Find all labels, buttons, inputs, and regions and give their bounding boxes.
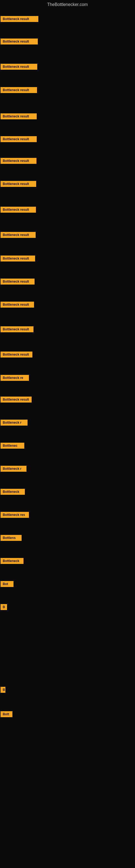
bottleneck-result-label: Bottleneck result: [1, 113, 37, 119]
bottleneck-result-label: Bottleneck result: [1, 158, 37, 164]
bottleneck-result-label: Bottleneck result: [1, 64, 37, 70]
bottleneck-result-label: Bottleneck result: [1, 181, 36, 187]
bottleneck-result-label: Bottleneck result: [1, 302, 34, 308]
bottleneck-result-label: Bottleneck result: [1, 232, 36, 238]
bottleneck-result-label: Bottleneck result: [1, 38, 38, 44]
bottleneck-result-label: B: [1, 687, 5, 693]
list-item[interactable]: Bottleneck: [1, 558, 24, 565]
bottleneck-result-label: Bottleneck result: [1, 136, 37, 142]
bottleneck-result-label: Bottlenec: [1, 443, 24, 448]
list-item[interactable]: Bottleneck result: [1, 158, 37, 165]
list-item[interactable]: Bottleneck result: [1, 232, 36, 239]
list-item[interactable]: Bottleneck result: [1, 279, 35, 286]
list-item[interactable]: Bottleneck res: [1, 512, 29, 519]
bottleneck-result-label: Bottleneck result: [1, 255, 35, 261]
list-item[interactable]: Bottleneck result: [1, 136, 37, 143]
bottleneck-list: Bottleneck resultBottleneck resultBottle…: [0, 8, 135, 863]
list-item[interactable]: Bottlens: [1, 535, 21, 542]
bottleneck-result-label: Bottleneck result: [1, 279, 35, 284]
list-item[interactable]: B: [1, 687, 5, 694]
bottleneck-result-label: Bottlens: [1, 535, 21, 541]
list-item[interactable]: Bottleneck result: [1, 326, 34, 333]
bottleneck-result-label: Bottleneck result: [1, 326, 34, 332]
bottleneck-result-label: Bottleneck re: [1, 375, 29, 381]
bottleneck-result-label: Bottleneck result: [1, 16, 38, 22]
list-item[interactable]: Bottleneck result: [1, 64, 37, 71]
list-item[interactable]: Bottleneck result: [1, 181, 36, 188]
list-item[interactable]: Bott: [1, 711, 12, 718]
list-item[interactable]: Bottleneck result: [1, 87, 37, 94]
list-item[interactable]: Bottleneck result: [1, 207, 36, 214]
list-item[interactable]: Bottleneck result: [1, 113, 37, 120]
bottleneck-result-label: Bottleneck res: [1, 512, 29, 518]
list-item[interactable]: Bottlenec: [1, 443, 24, 450]
bottleneck-result-label: Bottleneck r: [1, 466, 27, 472]
list-item[interactable]: Bottleneck r: [1, 420, 28, 427]
bottleneck-result-label: Bot: [1, 581, 13, 587]
bottleneck-result-label: B: [1, 604, 7, 610]
site-title-container: TheBottlenecker.com: [0, 0, 135, 8]
list-item[interactable]: Bottleneck r: [1, 466, 27, 473]
bottleneck-result-label: Bottleneck: [1, 558, 24, 564]
list-item[interactable]: B: [1, 604, 7, 611]
bottleneck-result-label: Bottleneck result: [1, 351, 32, 358]
bottleneck-result-label: Bottleneck result: [1, 207, 36, 213]
list-item[interactable]: Bot: [1, 581, 13, 588]
list-item[interactable]: Bottleneck result: [1, 16, 38, 23]
bottleneck-result-label: Bottleneck: [1, 489, 25, 495]
list-item[interactable]: Bottleneck re: [1, 375, 29, 382]
bottleneck-result-label: Bott: [1, 711, 12, 717]
list-item[interactable]: Bottleneck result: [1, 351, 32, 359]
list-item[interactable]: Bottleneck: [1, 489, 25, 496]
list-item[interactable]: Bottleneck result: [1, 255, 35, 262]
bottleneck-result-label: Bottleneck r: [1, 420, 28, 426]
list-item[interactable]: Bottleneck result: [1, 397, 32, 404]
list-item[interactable]: Bottleneck result: [1, 38, 38, 45]
bottleneck-result-label: Bottleneck result: [1, 87, 37, 93]
site-title: TheBottlenecker.com: [0, 0, 135, 8]
bottleneck-result-label: Bottleneck result: [1, 397, 32, 403]
list-item[interactable]: Bottleneck result: [1, 302, 34, 309]
